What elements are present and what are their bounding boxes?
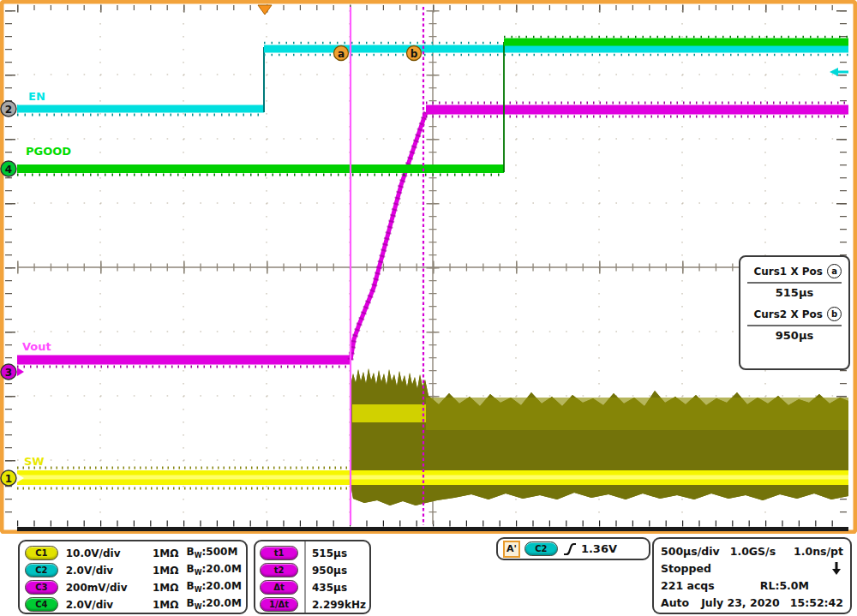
inv-delta-t-pill[interactable]: 1/Δt [260, 597, 298, 612]
waveform-area: a b EN PGOOD Vout SW 2 4 3 1 [0, 0, 857, 534]
channel-settings-panel: C1 10.0V/div 1MΩ BW:500M C2 2.0V/div 1MΩ… [18, 540, 248, 614]
curs2-value: 950µs [747, 329, 842, 342]
channel-row-c4[interactable]: C4 2.0V/div 1MΩ BW:20.0M [25, 596, 246, 613]
trigger-aux-badge[interactable]: A' [503, 541, 520, 558]
trigger-source-pill[interactable]: C2 [524, 541, 558, 556]
scope-display: a b EN PGOOD Vout SW 2 4 3 1 Curs1 X Pos [0, 0, 857, 534]
sw-burst-bright-streak [352, 404, 426, 422]
svg-text:3: 3 [5, 367, 12, 379]
t2-pill[interactable]: t2 [260, 563, 298, 577]
c2-bandwidth: BW:20.0M [187, 563, 246, 577]
curs1-value: 515µs [747, 286, 842, 299]
c4-impedance: 1MΩ [153, 599, 187, 611]
date: July 23, 2020 [701, 596, 780, 609]
curs2-label: Curs2 X Pos [753, 308, 823, 320]
divider [747, 325, 842, 326]
c1-pill[interactable]: C1 [25, 546, 58, 560]
sw-label: SW [24, 455, 45, 468]
c4-pill[interactable]: C4 [25, 597, 58, 612]
cursor-a-label: a [338, 48, 345, 60]
t1-pill[interactable]: t1 [260, 546, 298, 560]
en-label: EN [28, 90, 45, 103]
c2-scale: 2.0V/div [66, 565, 153, 577]
vout-label: Vout [22, 340, 51, 353]
c3-impedance: 1MΩ [153, 582, 187, 594]
c3-scale: 200mV/div [66, 582, 153, 594]
c1-bandwidth: BW:500M [187, 546, 246, 559]
timebase: 500µs/div [661, 545, 720, 558]
cursor-b-bubble[interactable]: b [407, 46, 422, 61]
trigger-panel: A' C2 1.36V [496, 537, 650, 560]
resolution: 1.0ns/pt [794, 545, 843, 558]
divider [747, 282, 842, 284]
acq-status: Stopped [661, 562, 711, 575]
c2-pill[interactable]: C2 [25, 563, 58, 577]
curs2-marker-id: b [827, 307, 842, 321]
record-length: RL:5.0M [760, 579, 809, 592]
channel-row-c1[interactable]: C1 10.0V/div 1MΩ BW:500M [25, 545, 246, 561]
delta-t-value: 435µs [312, 579, 369, 595]
cursor-readout-box: Curs1 X Pos a 515µs Curs2 X Pos b 950µs [739, 255, 850, 370]
c4-bandwidth: BW:20.0M [187, 597, 246, 611]
channel-row-c3[interactable]: C3 200mV/div 1MΩ BW:20.0M [25, 579, 246, 595]
c3-bandwidth: BW:20.0M [187, 580, 246, 594]
rising-edge-icon [562, 541, 578, 557]
svg-text:4: 4 [5, 164, 12, 176]
svg-text:2: 2 [5, 104, 12, 116]
acquisition-count: 221 acqs [661, 579, 715, 592]
channel-row-c2[interactable]: C2 2.0V/div 1MΩ BW:20.0M [25, 562, 246, 578]
delta-t-pill[interactable]: Δt [260, 580, 298, 595]
trigger-mode: Auto [661, 596, 689, 609]
pgood-label: PGOOD [26, 145, 71, 158]
c3-pill[interactable]: C3 [25, 580, 58, 595]
down-arrow-icon [831, 561, 842, 576]
c4-scale: 2.0V/div [66, 599, 153, 611]
c2-impedance: 1MΩ [153, 565, 187, 577]
curs1-label: Curs1 X Pos [753, 266, 823, 278]
trigger-level-value: 1.36V [581, 542, 617, 555]
t1-value: 515µs [312, 545, 369, 561]
sample-rate: 1.0GS/s [730, 545, 776, 558]
curs1-marker-id: a [827, 264, 842, 278]
timing-cursors-panel: t1 t2 Δt 1/Δt 515µs 950µs 435µs 2.299kHz [254, 540, 371, 614]
t2-value: 950µs [312, 562, 369, 578]
c1-impedance: 1MΩ [153, 547, 187, 559]
bottom-ruler-bar [17, 527, 848, 531]
time: 15:52:42 [790, 596, 843, 609]
c1-scale: 10.0V/div [66, 547, 153, 559]
cursor-b-label: b [411, 48, 418, 60]
cursor-a-bubble[interactable]: a [334, 46, 349, 61]
oscilloscope-screenshot: { "scope": { "trace_labels": { "en": "EN… [0, 0, 857, 616]
inv-delta-t-value: 2.299kHz [312, 596, 369, 613]
acquisition-panel: 500µs/div 1.0GS/s 1.0ns/pt Stopped 221 a… [652, 537, 852, 614]
sw-upper-bright-band [426, 398, 848, 430]
svg-text:1: 1 [5, 473, 12, 485]
